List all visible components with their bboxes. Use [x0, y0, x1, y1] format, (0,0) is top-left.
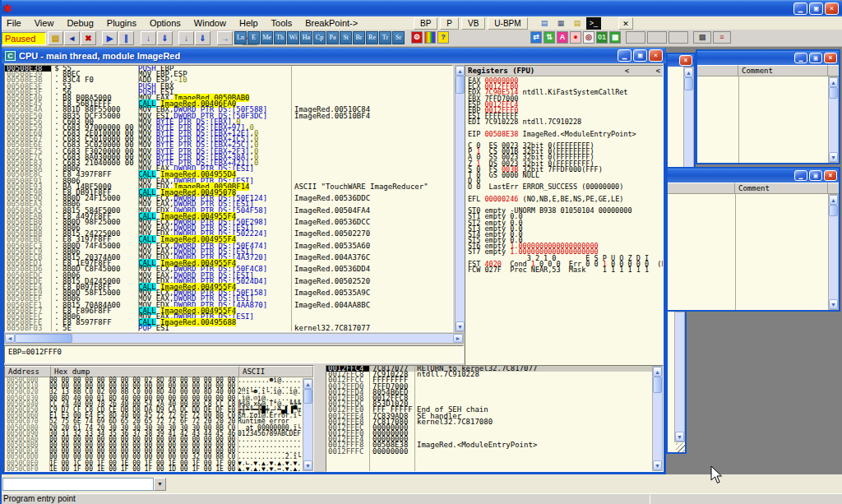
blank-column-header[interactable] — [668, 183, 735, 193]
scroll-up-icon[interactable]: ▲ — [653, 367, 662, 377]
blank-column-header[interactable] — [697, 65, 738, 76]
list-vscrollbar[interactable]: ▲ ▼ — [828, 76, 839, 163]
scroll-thumb[interactable] — [829, 87, 838, 99]
appearance-gear-icon[interactable]: ⚙ — [411, 31, 423, 44]
stack-row[interactable]: 0012FFFC00000000 — [326, 449, 663, 455]
red-dot-icon[interactable]: ● — [570, 31, 581, 44]
panel-button-e[interactable]: E — [248, 31, 260, 44]
execute-till-return-button[interactable]: → — [217, 31, 233, 45]
open-file-button[interactable]: ▤ — [48, 31, 63, 45]
console-icon[interactable]: >_ — [586, 17, 601, 30]
scroll-up-icon[interactable]: ▲ — [684, 67, 693, 77]
scroll-left-icon[interactable]: ◄ — [5, 334, 15, 343]
menu-item-help[interactable]: Help — [233, 17, 265, 29]
dump-vscrollbar[interactable]: ▲ ▼ — [303, 378, 313, 471]
animate-over-button[interactable]: ⇓ — [195, 31, 210, 45]
menu-button-vb[interactable]: VB — [461, 17, 485, 30]
disasm-row[interactable]: 00508E3E.53PUSH EBX — [5, 84, 452, 90]
combobox-dropdown-icon[interactable]: ▼ — [154, 478, 166, 491]
register-line[interactable]: EFL 00000246 (NO,NB,E,BE,NS,PE,GE,LE) — [468, 197, 663, 202]
comment-window-titlebar[interactable]: ▁ ▣ × — [697, 51, 839, 65]
panel-button-sr[interactable]: Sr — [392, 31, 405, 44]
binary-icon[interactable]: 01 — [596, 31, 608, 44]
scroll-down-icon[interactable]: ▼ — [675, 432, 684, 442]
scroll-thumb[interactable] — [303, 389, 312, 404]
scroll-up-icon[interactable]: ▲ — [303, 379, 312, 389]
document-icon[interactable]: ▤ — [693, 31, 711, 44]
disassembly-hscrollbar[interactable]: ◄ ► — [4, 333, 464, 344]
panel-button-ln[interactable]: Ln — [234, 31, 247, 44]
close-program-button[interactable]: ✖ — [81, 31, 96, 45]
comment-list-body[interactable]: ▲ ▼ — [697, 76, 839, 163]
panel-button-wi[interactable]: Wi — [287, 31, 299, 44]
step-over-button[interactable]: ⇓ — [157, 31, 173, 45]
cpu-maximize-button[interactable]: ▣ — [633, 49, 647, 62]
panel-button-re[interactable]: Re — [366, 31, 378, 44]
menu-item-view[interactable]: View — [28, 17, 61, 29]
register-line[interactable]: T 0 GS 0000 NULL — [468, 173, 663, 178]
minimize-button[interactable]: ▁ — [793, 2, 807, 15]
scroll-up-icon[interactable]: ▲ — [456, 66, 465, 76]
menu-close-icon[interactable]: ✕ — [618, 17, 633, 30]
comment-column-header[interactable]: Comment — [735, 183, 828, 193]
menu-item-tools[interactable]: Tools — [265, 17, 299, 29]
scroll-thumb[interactable] — [456, 76, 465, 94]
scroll-track[interactable] — [72, 334, 453, 343]
side-window-close-button[interactable]: × — [679, 55, 692, 66]
menu-item-file[interactable]: File — [0, 17, 28, 29]
disassembly-pane[interactable]: 00508E38$55PUSH EBP00508E39.8BECMOV EBP,… — [4, 65, 453, 332]
pause-button[interactable]: ∥ — [118, 31, 134, 45]
cpu-titlebar[interactable]: C CPU - main thread, module ImageRed ▁ ▣… — [2, 48, 666, 63]
scroll-thumb[interactable] — [653, 377, 662, 393]
letter-a-icon[interactable]: A — [557, 31, 568, 44]
comment-window-titlebar[interactable]: ▁ ▣ × — [668, 169, 839, 183]
step-into-button[interactable]: ↓ — [141, 31, 156, 45]
stack-pane[interactable]: 0012FFC47C817077RETURN to kernel32.7C817… — [326, 365, 664, 472]
panel-button-st[interactable]: St — [340, 31, 352, 44]
cpu-close-button[interactable]: × — [649, 49, 663, 62]
scroll-up-icon[interactable]: ▲ — [829, 77, 838, 87]
list-vscrollbar[interactable]: ▲ ▼ — [828, 194, 839, 310]
dump-header-ascii[interactable]: ASCII — [239, 366, 313, 377]
menu-item-plugins[interactable]: Plugins — [100, 17, 143, 29]
colors-rainbow-icon[interactable] — [424, 31, 436, 44]
registers-header-marks[interactable]: < < — [625, 66, 663, 76]
panel-button-pa[interactable]: Pa — [326, 31, 339, 44]
scroll-down-icon[interactable]: ▼ — [653, 460, 662, 470]
panel-button-cp[interactable]: Cp — [313, 31, 326, 44]
dump-pane[interactable]: Address Hex dump ASCII 0050C00000 00 00 … — [4, 365, 314, 472]
side-vscrollbar[interactable]: ▼ — [674, 312, 685, 442]
register-line[interactable]: FCW 027F Prec NEAR,53 Mask 1 1 1 1 1 1 — [468, 267, 663, 273]
register-line[interactable]: EDI 7C910228 ntdll.7C910228 — [468, 119, 663, 125]
menu-item-window[interactable]: Window — [187, 17, 233, 29]
minimize-button[interactable]: ▁ — [794, 170, 807, 181]
scroll-thumb[interactable] — [15, 334, 72, 343]
scroll-up-icon[interactable]: ▲ — [829, 195, 838, 205]
menu-button-p[interactable]: P — [440, 17, 459, 30]
scroll-down-icon[interactable]: ▼ — [456, 321, 465, 331]
blank-button-3[interactable] — [669, 31, 688, 44]
scroll-track[interactable] — [456, 94, 465, 321]
restore-button[interactable]: ▣ — [809, 2, 823, 15]
panel-button-ha[interactable]: Ha — [300, 31, 312, 44]
register-line[interactable]: O 0 LastErr ERROR_SUCCESS (00000000) — [468, 184, 663, 190]
swap-arrows-icon[interactable]: ⇄ — [530, 31, 542, 44]
scroll-down-icon[interactable]: ▼ — [303, 460, 312, 470]
maximize-button[interactable]: ▣ — [809, 53, 822, 63]
close-button[interactable]: × — [824, 53, 837, 63]
menu-item-breakpoint[interactable]: BreakPoint-> — [298, 17, 364, 29]
scroll-thumb[interactable] — [684, 77, 693, 90]
disasm-row[interactable]: 00508E3B.83C4 F0ADD ESP,-10 — [5, 77, 452, 83]
comment-column-header[interactable]: Comment — [738, 65, 828, 76]
maximize-button[interactable]: ▣ — [809, 170, 822, 181]
panel-button-me[interactable]: Me — [261, 31, 273, 44]
disasm-row[interactable]: 00508F03.5EPOP ESIkernel32.7C817077 — [5, 326, 452, 331]
scroll-track[interactable] — [303, 404, 312, 460]
cpu-minimize-button[interactable]: ▁ — [618, 49, 632, 62]
scroll-down-icon[interactable]: ▼ — [829, 299, 838, 309]
restart-button[interactable]: ◄ — [64, 31, 80, 45]
blank-button-1[interactable] — [626, 31, 645, 44]
resize-grip[interactable] — [676, 443, 685, 452]
scroll-thumb[interactable] — [829, 205, 838, 216]
help-question-icon[interactable]: ? — [437, 31, 449, 44]
